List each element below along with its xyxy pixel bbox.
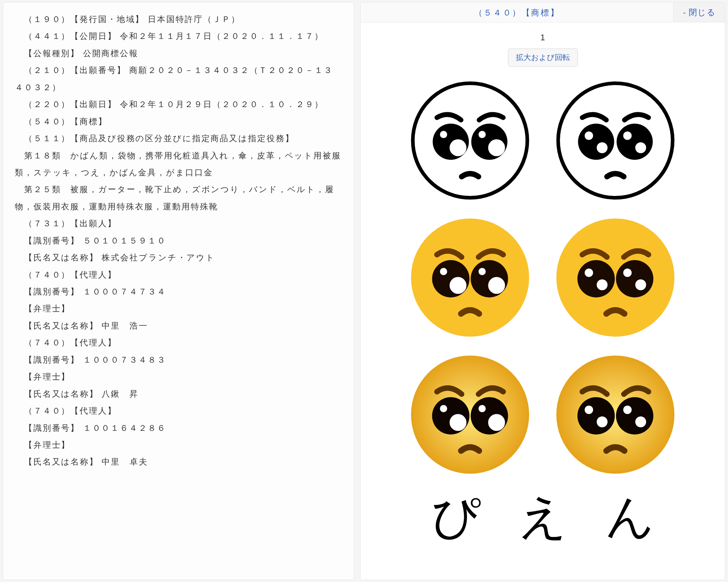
page-number: 1 [540,33,545,42]
svg-point-32 [471,397,508,435]
svg-point-7 [558,83,673,198]
svg-point-17 [440,268,447,275]
trademark-faces-grid [410,80,676,475]
svg-point-38 [585,406,593,414]
kana-n: ん [605,485,655,550]
svg-point-0 [413,83,528,198]
svg-point-12 [635,142,646,153]
svg-point-28 [411,356,529,474]
trademark-detail-text: （１９０）【発行国・地域】 日本国特許庁（ＪＰ） （４４１）【公開日】 令和２年… [15,11,342,470]
svg-point-24 [585,269,593,277]
detail-text-panel: （１９０）【発行国・地域】 日本国特許庁（ＪＰ） （４４１）【公開日】 令和２年… [3,2,354,580]
pien-face-yellow-grad-b [555,354,676,475]
svg-point-13 [623,132,632,140]
pien-face-yellow-flat-a [410,217,530,338]
pien-face-outline-b [555,80,676,201]
svg-point-41 [623,406,632,414]
svg-point-15 [432,260,470,298]
svg-point-6 [479,131,486,138]
svg-point-3 [440,131,447,138]
pien-face-yellow-grad-a [410,354,530,475]
pien-face-yellow-flat-b [555,217,676,338]
svg-point-21 [557,219,675,337]
svg-point-39 [616,397,654,435]
svg-point-25 [616,260,654,298]
kana-e: え [518,485,568,550]
svg-point-29 [432,397,470,435]
pien-face-outline-a [410,80,530,201]
svg-point-22 [578,260,615,298]
svg-point-18 [471,260,508,298]
svg-point-27 [623,269,632,277]
svg-point-9 [597,142,608,153]
svg-point-30 [450,414,467,431]
svg-point-2 [450,139,467,156]
image-panel-header: （５４０）【商標】 - 閉じる [361,2,725,22]
image-panel-body: 1 拡大および回転 [361,22,725,580]
svg-point-37 [597,416,608,427]
svg-point-19 [488,277,505,294]
svg-point-8 [578,124,614,160]
svg-point-31 [440,405,447,412]
svg-point-34 [479,405,486,412]
svg-point-23 [597,279,608,290]
svg-point-36 [578,397,615,435]
zoom-rotate-button[interactable]: 拡大および回転 [508,49,578,66]
svg-point-14 [411,219,529,337]
svg-point-11 [617,124,653,160]
svg-point-5 [488,139,505,156]
svg-point-40 [635,416,646,427]
close-button[interactable]: - 閉じる [673,2,725,22]
trademark-image-panel: （５４０）【商標】 - 閉じる 1 拡大および回転 [360,2,725,580]
pien-kana-row: ぴ え ん [431,485,655,550]
kana-pi: ぴ [431,485,480,550]
svg-point-26 [635,279,646,290]
svg-point-20 [479,268,486,275]
svg-point-35 [557,356,675,474]
svg-point-16 [450,277,467,294]
image-panel-title: （５４０）【商標】 [361,2,673,22]
svg-point-33 [488,414,505,431]
svg-point-10 [585,132,593,140]
